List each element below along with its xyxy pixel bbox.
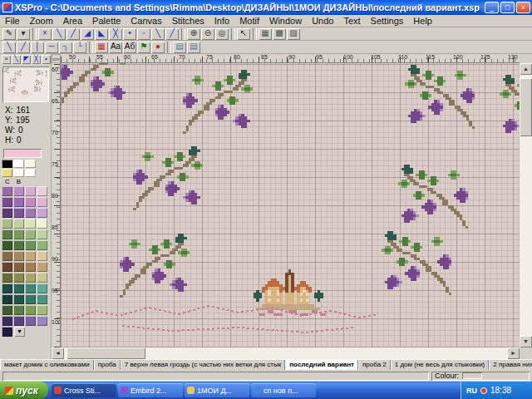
palette-swatch[interactable] (2, 197, 12, 207)
quarter-stitch-tool[interactable]: ◢ (81, 28, 94, 40)
record-icon[interactable]: ● (151, 42, 165, 53)
pointer-tool[interactable]: ↖ (237, 28, 250, 40)
backstitch-v-icon[interactable]: │ (31, 42, 44, 53)
palette-scroll-down-button[interactable]: ▼ (14, 327, 25, 337)
maximize-button[interactable]: □ (500, 2, 515, 13)
taskbar-item-2[interactable]: 1МОИ Д... (185, 383, 249, 397)
backstitch-tool[interactable]: ╲ (151, 28, 165, 40)
backstitch-ne-icon[interactable]: ╱ (17, 42, 30, 53)
palette-swatch[interactable] (2, 186, 12, 196)
palette-swatch[interactable] (37, 240, 47, 250)
grid-view-icon[interactable]: ▦ (259, 28, 272, 40)
palette-swatch[interactable] (13, 262, 24, 272)
pattern-tab-2[interactable]: 7 верхн левая гроздь (с частью них ветки… (121, 360, 286, 370)
palette-swatch[interactable] (25, 273, 36, 283)
pencil-tool[interactable]: ✎ (2, 28, 16, 40)
motif-thumb-2[interactable]: ▤ (187, 42, 200, 53)
palette-swatch[interactable] (13, 283, 24, 293)
palette-swatch[interactable] (25, 240, 36, 250)
palette-swatch[interactable] (37, 219, 47, 229)
palette-swatch[interactable] (25, 262, 36, 272)
palette-swatch[interactable] (13, 251, 24, 261)
menu-item-7[interactable]: Motif (234, 16, 264, 26)
longstitch-tool[interactable]: ╱ (165, 28, 179, 40)
pattern-tab-1[interactable]: проба (94, 360, 121, 370)
menu-item-11[interactable]: Settings (366, 16, 409, 26)
color-view-icon[interactable]: ▩ (273, 28, 286, 40)
palette-swatch[interactable] (2, 229, 12, 239)
palette-swatch[interactable] (37, 229, 47, 239)
menu-item-4[interactable]: Canvas (126, 16, 166, 26)
backstitch-nw-icon[interactable]: ╲ (2, 42, 16, 53)
palette-swatch[interactable] (13, 305, 24, 315)
font-tool[interactable]: Aa (109, 42, 122, 53)
horizontal-scroll-thumb[interactable] (66, 347, 145, 359)
palette-swatch[interactable] (2, 294, 12, 304)
vertical-scroll-thumb[interactable] (520, 78, 532, 136)
mini-full-stitch[interactable]: × (2, 55, 11, 64)
palette-swatch[interactable] (37, 283, 47, 293)
palette-quick-swatch[interactable] (13, 160, 24, 168)
palette-swatch[interactable] (37, 273, 47, 283)
palette-footer-swatch[interactable] (2, 327, 12, 337)
taskbar-item-3[interactable]: сп нов п... (251, 383, 316, 397)
scroll-up-button[interactable]: ▲ (520, 63, 532, 75)
menu-item-3[interactable]: Palette (87, 16, 126, 26)
menu-item-2[interactable]: Area (58, 16, 87, 26)
menu-item-1[interactable]: Zoom (25, 16, 58, 26)
palette-swatch[interactable] (37, 294, 47, 304)
petite-stitch-tool[interactable]: ╳ (109, 28, 122, 40)
palette-quick-swatch[interactable] (2, 169, 12, 177)
palette-swatch[interactable] (37, 186, 47, 196)
palette-swatch[interactable] (25, 305, 36, 315)
zoom-fit-icon[interactable]: ◎ (215, 28, 229, 40)
palette-swatch[interactable] (25, 229, 36, 239)
selected-color-swatch[interactable] (3, 149, 42, 158)
palette-swatch[interactable] (2, 240, 12, 250)
palette-swatch[interactable] (37, 316, 47, 326)
tray-icon[interactable] (480, 387, 487, 394)
motif-thumb-1[interactable]: ▤ (173, 42, 186, 53)
vertical-scrollbar[interactable]: ▲ ▼ (520, 63, 532, 347)
palette-quick-swatch[interactable] (25, 169, 36, 177)
palette-swatch[interactable] (2, 283, 12, 293)
language-indicator[interactable]: RU (466, 387, 477, 395)
menu-item-5[interactable]: Stitches (167, 16, 209, 26)
palette-swatch[interactable] (25, 186, 36, 196)
palette-swatch[interactable] (37, 262, 47, 272)
flag-icon[interactable]: ⚑ (137, 42, 150, 53)
palette-swatch[interactable] (25, 197, 36, 207)
pattern-tab-4[interactable]: проба 2 (358, 360, 391, 370)
palette-quick-swatch[interactable] (13, 169, 24, 177)
palette-swatch[interactable] (13, 208, 24, 218)
zoom-in-icon[interactable]: ⊕ (187, 28, 200, 40)
menu-item-6[interactable]: Info (209, 16, 234, 26)
stitch-canvas[interactable] (61, 63, 520, 347)
palette-swatch[interactable] (13, 197, 24, 207)
pattern-tab-6[interactable]: 2 правая них гр (489, 360, 532, 370)
pattern-tab-3[interactable]: последний вариант (285, 360, 358, 370)
palette-swatch[interactable] (2, 316, 12, 326)
palette-swatch[interactable] (25, 316, 36, 326)
palette-swatch[interactable] (37, 208, 47, 218)
palette-swatch[interactable] (2, 273, 12, 283)
color-palette-icon[interactable]: ▦ (95, 42, 108, 53)
menu-item-9[interactable]: Undo (307, 16, 338, 26)
palette-swatch[interactable] (37, 197, 47, 207)
mini-quarter-stitch[interactable]: ◤ (22, 55, 31, 64)
scroll-right-button[interactable]: ► (507, 347, 520, 359)
palette-swatch[interactable] (13, 273, 24, 283)
zoom-out-icon[interactable]: ⊖ (201, 28, 214, 40)
pattern-tab-0[interactable]: макет домик с оливковками (0, 360, 94, 370)
palette-swatch[interactable] (25, 294, 36, 304)
palette-quick-swatch[interactable] (2, 160, 12, 168)
taskbar-item-0[interactable]: Cross Sti... (52, 383, 116, 397)
horizontal-scrollbar[interactable]: ◄ ► (52, 347, 520, 359)
scroll-left-button[interactable]: ◄ (52, 347, 64, 359)
mini-knot[interactable]: • (42, 55, 51, 64)
pencil-dropdown[interactable]: ▾ (17, 28, 30, 40)
bead-tool[interactable]: ◦ (137, 28, 150, 40)
palette-swatch[interactable] (25, 219, 36, 229)
half-stitch-alt-tool[interactable]: ╱ (66, 28, 80, 40)
backstitch-h-icon[interactable]: ─ (45, 42, 58, 53)
